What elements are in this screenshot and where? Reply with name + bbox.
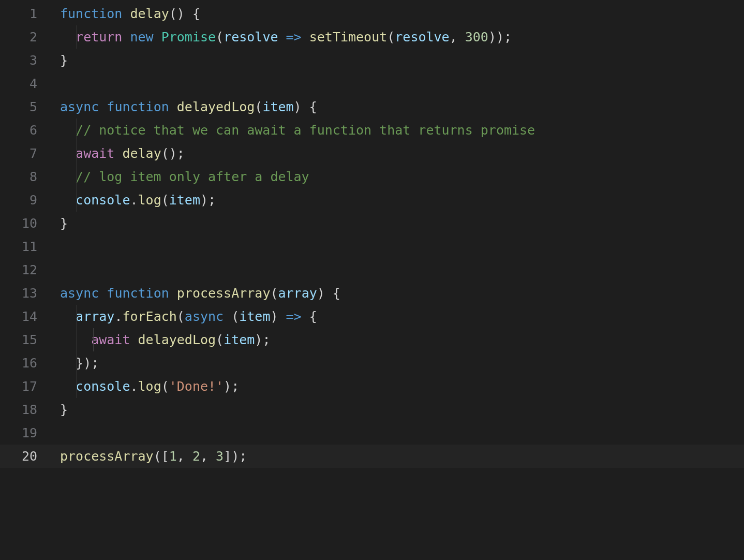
token-var: array <box>76 309 114 324</box>
indent-guide <box>77 165 77 188</box>
token-cmt: // log item only after a delay <box>76 169 309 184</box>
token-punc: , <box>200 449 216 464</box>
token-punc: . <box>130 193 138 208</box>
token-ctrl: await <box>76 146 114 161</box>
token-fn: log <box>138 379 161 394</box>
code-line[interactable]: await delayedLog(item); <box>52 328 744 351</box>
token-punc: ); <box>255 332 270 347</box>
indent-guide <box>77 351 77 375</box>
token-fn: log <box>138 193 161 208</box>
token-punc: ([ <box>154 449 169 464</box>
token-fn: processArray <box>177 286 271 301</box>
line-number: 9 <box>0 188 37 212</box>
token-punc: . <box>114 309 122 324</box>
token-var: resolve <box>224 30 278 45</box>
code-line[interactable] <box>52 72 744 95</box>
code-line[interactable]: processArray([1, 2, 3]); <box>52 445 744 468</box>
code-line[interactable] <box>52 421 744 445</box>
token-punc: )); <box>488 30 512 45</box>
token-punc: } <box>60 216 68 231</box>
line-number: 7 <box>0 142 37 165</box>
token-punc: ( <box>224 309 239 324</box>
token-punc: ( <box>177 309 185 324</box>
line-number: 17 <box>0 375 37 398</box>
line-number-gutter: 1234567891011121314151617181920 <box>0 2 52 468</box>
token-str: 'Done!' <box>169 379 224 394</box>
token-punc: ( <box>161 379 169 394</box>
code-line[interactable]: function delay() { <box>52 2 744 25</box>
code-line[interactable] <box>52 258 744 282</box>
token-fn: processArray <box>60 449 154 464</box>
token-kw: new <box>130 30 153 45</box>
token-var: item <box>224 332 255 347</box>
code-line[interactable]: }); <box>52 351 744 375</box>
token-punc <box>114 146 122 161</box>
token-fn: delay <box>130 6 169 21</box>
token-punc: (); <box>161 146 185 161</box>
line-number: 16 <box>0 351 37 375</box>
token-punc: }); <box>76 356 99 371</box>
indent-guide <box>77 142 77 165</box>
token-var: array <box>278 286 317 301</box>
token-punc: , <box>450 30 465 45</box>
token-punc <box>122 30 130 45</box>
token-fn: delayedLog <box>177 99 255 114</box>
code-line[interactable]: await delay(); <box>52 142 744 165</box>
line-number: 6 <box>0 119 37 142</box>
token-kw: => <box>286 309 302 324</box>
token-fn: delayedLog <box>138 332 216 347</box>
token-fn: forEach <box>122 309 176 324</box>
token-punc: ( <box>216 30 224 45</box>
indent-guide <box>93 328 94 351</box>
line-number: 15 <box>0 328 37 351</box>
token-kw: => <box>286 30 302 45</box>
code-area[interactable]: function delay() { return new Promise(re… <box>52 2 744 468</box>
code-line[interactable]: // notice that we can await a function t… <box>52 119 744 142</box>
token-kw: async <box>60 286 99 301</box>
line-number: 19 <box>0 421 37 445</box>
token-punc <box>154 30 161 45</box>
token-punc <box>130 332 138 347</box>
line-number: 4 <box>0 72 37 95</box>
indent-guide <box>77 375 77 398</box>
token-punc: ); <box>200 193 216 208</box>
token-punc: { <box>302 309 317 324</box>
token-punc: ( <box>216 332 224 347</box>
indent-guide <box>77 25 77 49</box>
token-var: resolve <box>395 30 449 45</box>
code-line[interactable]: } <box>52 212 744 235</box>
code-line[interactable]: async function processArray(array) { <box>52 282 744 305</box>
token-punc: ) { <box>294 99 317 114</box>
token-punc: } <box>60 402 68 417</box>
line-number: 8 <box>0 165 37 188</box>
token-var: item <box>239 309 270 324</box>
token-punc <box>99 99 107 114</box>
token-var: console <box>76 193 130 208</box>
token-punc: ]); <box>224 449 247 464</box>
code-line[interactable]: // log item only after a delay <box>52 165 744 188</box>
token-num: 1 <box>169 449 177 464</box>
code-line[interactable]: array.forEach(async (item) => { <box>52 305 744 328</box>
token-punc: ( <box>387 30 395 45</box>
token-punc: ) { <box>317 286 340 301</box>
token-punc: . <box>130 379 138 394</box>
token-punc: ( <box>270 286 278 301</box>
code-line[interactable]: console.log('Done!'); <box>52 375 744 398</box>
code-line[interactable] <box>52 235 744 258</box>
line-number: 1 <box>0 2 37 25</box>
token-cls: Promise <box>161 30 216 45</box>
token-kw: function <box>107 286 169 301</box>
token-cmt: // notice that we can await a function t… <box>76 123 535 138</box>
code-line[interactable]: } <box>52 398 744 421</box>
code-editor[interactable]: 1234567891011121314151617181920 function… <box>0 0 744 468</box>
line-number: 11 <box>0 235 37 258</box>
code-line[interactable]: console.log(item); <box>52 188 744 212</box>
token-punc <box>122 6 130 21</box>
indent-guide <box>77 328 77 351</box>
code-line[interactable]: return new Promise(resolve => setTimeout… <box>52 25 744 49</box>
code-line[interactable]: async function delayedLog(item) { <box>52 95 744 119</box>
code-line[interactable]: } <box>52 49 744 72</box>
token-kw: async <box>185 309 224 324</box>
line-number: 10 <box>0 212 37 235</box>
token-punc: ( <box>161 193 169 208</box>
